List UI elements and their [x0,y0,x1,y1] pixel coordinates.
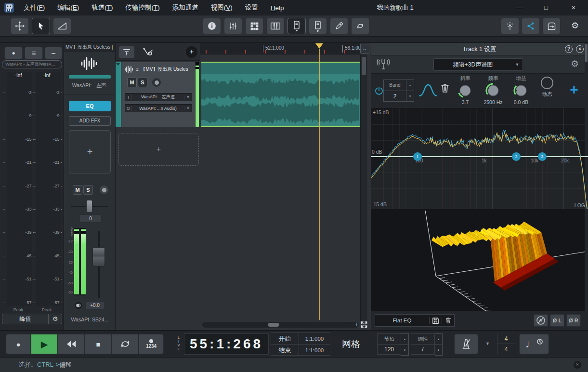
mixer-view-button[interactable] [224,18,242,34]
start-value[interactable]: 1:1:000 [299,336,330,342]
key-up-button[interactable]: ▲ [435,334,442,345]
fade-tool-button[interactable] [53,18,71,34]
key-cell[interactable]: 调性 / [411,333,435,355]
inspector-input-device[interactable]: WasAPI: - 左声. [64,82,116,89]
add-efx-button[interactable]: ADD EFX [69,116,111,126]
eq-button[interactable]: EQ [69,101,111,111]
filter-shape-icon[interactable] [418,82,438,98]
slope-knob[interactable] [451,82,480,99]
move-tool-button[interactable] [11,18,29,34]
audio-clip[interactable] [201,62,360,127]
inspector-track-title[interactable]: MV】没出息 Useless | [64,43,115,52]
chevron-down-icon[interactable]: ▼ [184,95,192,99]
menu-item[interactable]: 文件(F) [17,3,51,12]
timeline-ruler[interactable]: 52:1:00056:1:000 [200,43,360,54]
inspector-solo-button[interactable]: S [83,185,93,195]
spectrogram-3d-view[interactable] [371,209,588,311]
band-power-icon[interactable] [375,86,383,95]
track-mute-button[interactable]: M [127,78,137,87]
panel-gear-icon[interactable]: ⚙ [571,58,579,69]
dynamics-knob[interactable] [541,77,553,89]
panel-close-button[interactable]: × [576,45,584,53]
zoom-out-button[interactable]: − [347,320,351,328]
menu-item[interactable]: 编辑(E) [51,3,85,12]
add-band-button[interactable]: + [564,80,584,101]
maximize-button[interactable]: □ [539,0,553,15]
eq-band-handle-3[interactable]: 3 [538,152,547,161]
metronome-dropdown-icon[interactable]: ▼ [485,341,490,346]
close-button[interactable]: × [566,0,581,15]
band-up-button[interactable]: ▲ [406,80,414,91]
scrollbar-thumb[interactable] [585,44,588,62]
plugin-browser-button[interactable] [309,18,327,34]
phase-left-button[interactable]: Ø L [550,314,564,327]
zoom-in-button[interactable]: + [355,320,359,328]
master-record-button[interactable]: ● [4,47,23,59]
draw-tool-button[interactable] [330,18,348,34]
gain-value[interactable]: +0.0 [85,301,105,309]
tempo-cell[interactable]: 节拍 120 [377,333,401,355]
peak-settings-gear-icon[interactable]: ⚙ [48,314,62,324]
horizontal-zoom-button[interactable]: ↔ [360,44,369,53]
minimize-button[interactable]: — [512,0,527,15]
tempo-up-button[interactable]: ▲ [401,334,408,345]
add-plugin-button[interactable]: + [69,130,111,173]
eq-band-handle-2[interactable]: 2 [512,152,521,161]
playhead-line[interactable] [319,49,320,320]
inspector-record-button[interactable] [100,186,108,194]
menu-item[interactable]: Help [264,4,290,12]
delete-preset-trash-icon[interactable] [442,317,454,324]
time-signature[interactable]: 4 4 [497,333,515,355]
track-collapse-bar[interactable] [116,62,121,127]
plugin-rack-button[interactable] [287,18,306,34]
count-in-button[interactable]: 1234 [139,334,164,354]
track-color-bar[interactable] [69,75,111,79]
master-device-label[interactable]: WasAPI: - 左声道/WasA... [2,60,62,68]
eq-preset-select[interactable]: Flat EQ [375,314,455,327]
share-button[interactable] [522,18,540,34]
phase-right-button[interactable]: Ø R [566,314,581,327]
transport-record-button[interactable]: ● [6,334,31,354]
view-mode-select[interactable]: 频谱+3D声谱图 ▼ [433,58,523,71]
horizontal-scrollbar[interactable] [202,322,359,328]
ai-tools-button[interactable] [501,18,519,34]
scrollbar-thumb[interactable] [268,323,279,327]
frequency-knob[interactable] [479,82,508,99]
scrollbar-thumb[interactable] [362,57,366,75]
gain-knob[interactable] [507,82,536,99]
menu-item[interactable]: 视图(V) [205,3,239,12]
eq-band-handle-1[interactable]: 1 [413,152,422,161]
transport-loop-button[interactable] [112,334,139,354]
help-button[interactable]: ? [565,45,573,53]
info-button[interactable] [203,18,221,34]
menu-item[interactable]: 传输控制(T) [119,3,166,12]
key-down-button[interactable]: ▼ [435,345,442,356]
tempo-down-button[interactable]: ▼ [401,345,408,356]
position-display[interactable]: 55:1:268 [184,333,269,355]
track-input-select[interactable]: I WasAPI: - 左声道 ▼ [125,93,192,101]
pan-slider-handle[interactable] [86,200,92,213]
eq-graph[interactable]: +15 dB 0 dB -15 dB LOG 1 2 3 1001k10k20k [371,108,588,209]
band-delete-trash-icon[interactable] [440,82,450,94]
settings-gear-icon[interactable]: ⚙ [571,20,579,31]
vertical-scrollbar[interactable] [360,54,367,321]
inspector-mute-button[interactable]: M [73,185,82,195]
chevron-down-icon[interactable]: ▼ [184,106,192,110]
save-preset-icon[interactable] [429,317,442,324]
band-down-button[interactable]: ▼ [406,91,414,102]
status-close-button[interactable]: × [574,361,581,369]
pan-value[interactable]: 0 [79,214,102,223]
automation-icon[interactable] [142,46,155,58]
tempo-value[interactable]: 120 [378,345,401,355]
master-more-button[interactable]: ••• [45,47,62,59]
piano-roll-button[interactable] [266,18,285,34]
metronome-button[interactable] [454,334,478,354]
tracks-grid-button[interactable] [245,18,263,34]
select-tool-button[interactable] [32,18,50,34]
track-title[interactable]: 1: 【MV】没出息 Useles [136,66,194,73]
sync-button[interactable] [351,18,369,34]
volume-fader-handle[interactable] [92,247,105,266]
peak-mode-button[interactable]: 峰值 [2,315,48,323]
track-output-select[interactable]: O WasAPI: ...n Audio) ▼ [125,104,192,112]
add-track-button[interactable]: + [186,46,197,58]
